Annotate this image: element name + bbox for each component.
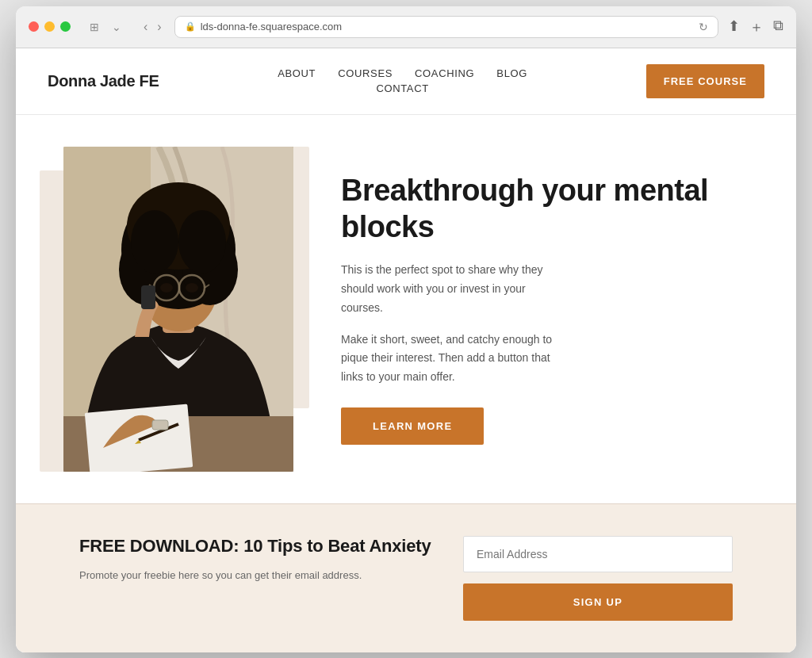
person-svg <box>63 147 293 472</box>
nav-row-bottom: CONTACT <box>376 82 428 94</box>
hero-paragraph2: Make it short, sweet, and catchy enough … <box>341 331 563 387</box>
download-section: FREE DOWNLOAD: 10 Tips to Beat Anxiety P… <box>16 503 796 652</box>
learn-more-button[interactable]: LEARN MORE <box>341 407 484 445</box>
download-form: SIGN UP <box>463 536 733 621</box>
nav-contact[interactable]: CONTACT <box>376 82 428 94</box>
minimize-button[interactable] <box>44 21 55 32</box>
nav-courses[interactable]: COURSES <box>338 67 393 79</box>
nav-blog[interactable]: BLOG <box>496 67 527 79</box>
site-nav: ABOUT COURSES COACHING BLOG CONTACT <box>278 67 527 94</box>
svg-point-9 <box>178 210 226 274</box>
tabs-icon[interactable]: ⧉ <box>773 17 783 36</box>
svg-point-8 <box>131 210 178 274</box>
sign-up-button[interactable]: SIGN UP <box>463 583 733 621</box>
new-tab-icon[interactable]: ＋ <box>749 17 764 36</box>
browser-chrome: ⊞ ⌄ ‹ › 🔒 lds-donna-fe.squarespace.com ↻… <box>16 6 796 48</box>
svg-point-15 <box>160 283 173 293</box>
hero-content: Breakthrough your mental blocks This is … <box>341 173 733 445</box>
nav-about[interactable]: ABOUT <box>278 67 316 79</box>
browser-window: ⊞ ⌄ ‹ › 🔒 lds-donna-fe.squarespace.com ↻… <box>16 6 796 652</box>
website-content: Donna Jade FE ABOUT COURSES COACHING BLO… <box>16 48 796 652</box>
browser-actions: ⬆ ＋ ⧉ <box>728 17 783 36</box>
hero-image-container <box>63 147 293 472</box>
traffic-lights <box>29 21 71 32</box>
nav-arrows: ‹ › <box>140 18 165 36</box>
url-text: lds-donna-fe.squarespace.com <box>201 21 343 33</box>
site-header: Donna Jade FE ABOUT COURSES COACHING BLO… <box>16 48 796 115</box>
close-button[interactable] <box>29 21 39 32</box>
site-logo: Donna Jade FE <box>48 72 159 90</box>
photo-bg <box>63 147 293 472</box>
address-bar[interactable]: 🔒 lds-donna-fe.squarespace.com ↻ <box>174 16 718 38</box>
reload-icon[interactable]: ↻ <box>699 21 708 33</box>
hero-title: Breakthrough your mental blocks <box>341 173 733 245</box>
download-title: FREE DOWNLOAD: 10 Tips to Beat Anxiety <box>79 536 431 557</box>
maximize-button[interactable] <box>60 21 71 32</box>
email-input[interactable] <box>463 536 733 572</box>
window-controls: ⊞ ⌄ <box>86 19 124 35</box>
svg-rect-19 <box>85 404 193 472</box>
svg-rect-22 <box>152 420 168 430</box>
forward-arrow-icon[interactable]: › <box>154 18 164 36</box>
hero-section: Breakthrough your mental blocks This is … <box>16 115 796 503</box>
hero-photo <box>63 147 293 472</box>
download-content: FREE DOWNLOAD: 10 Tips to Beat Anxiety P… <box>79 536 431 584</box>
hero-paragraph1: This is the perfect spot to share why th… <box>341 261 563 317</box>
share-icon[interactable]: ⬆ <box>728 17 740 36</box>
back-arrow-icon[interactable]: ‹ <box>140 18 151 36</box>
nav-row-top: ABOUT COURSES COACHING BLOG <box>278 67 527 79</box>
chevron-down-icon[interactable]: ⌄ <box>109 19 124 35</box>
lock-icon: 🔒 <box>185 21 196 32</box>
svg-rect-17 <box>141 285 155 309</box>
download-description: Promote your freebie here so you can get… <box>79 568 431 584</box>
grid-icon[interactable]: ⊞ <box>86 19 102 35</box>
nav-coaching[interactable]: COACHING <box>415 67 474 79</box>
svg-point-16 <box>186 283 198 293</box>
free-course-button[interactable]: FREE COURSE <box>646 64 764 98</box>
